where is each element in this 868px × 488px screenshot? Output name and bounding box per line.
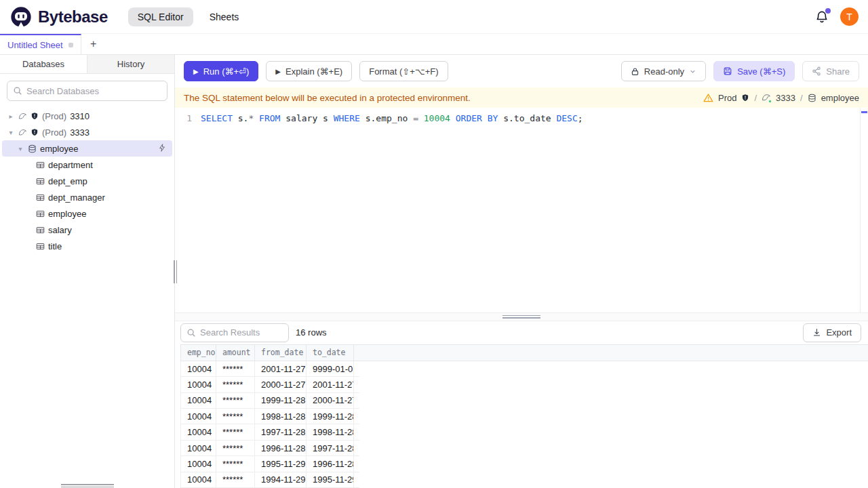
bytebase-logo-icon [9, 5, 33, 28]
table-cell: 1998-11-28 [307, 424, 354, 439]
editor-panel: ▶ Run (⌘+⏎) ▶ Explain (⌘+E) Format (⇧+⌥+… [175, 55, 868, 488]
caret-down-icon[interactable]: ▾ [7, 129, 15, 136]
shield-icon [31, 128, 39, 136]
share-button[interactable]: Share [802, 61, 859, 81]
mysql-icon [18, 128, 27, 137]
caret-down-icon[interactable]: ▾ [16, 145, 24, 152]
sidebar-resize-handle[interactable] [174, 260, 177, 283]
row-count: 16 rows [296, 327, 327, 338]
tree-item-dept_emp[interactable]: dept_emp [2, 173, 172, 189]
table-cell: ****** [216, 441, 255, 455]
readonly-mode-dropdown[interactable]: Read-only [621, 61, 706, 81]
online-status-dot [768, 100, 772, 103]
format-button[interactable]: Format (⇧+⌥+F) [359, 61, 448, 81]
sql-token: s. [233, 113, 248, 123]
sql-statement: SELECT s.* FROM salary s WHERE s.emp_no … [201, 112, 583, 125]
add-sheet-button[interactable]: + [81, 34, 106, 54]
tree-item-employee[interactable]: ▾employee [2, 140, 172, 157]
sql-token: WHERE [334, 113, 360, 123]
sql-token: SELECT [201, 113, 233, 123]
database-icon [808, 94, 816, 102]
lock-icon [631, 67, 639, 76]
results-rows: 10004******2001-11-279999-01-0110004****… [180, 361, 868, 488]
table-icon [36, 193, 45, 202]
database-name: employee [40, 144, 78, 154]
sidebar-tabs: Databases History [0, 55, 174, 74]
sql-editor[interactable]: 1 SELECT s.* FROM salary s WHERE s.emp_n… [175, 108, 868, 312]
explain-button[interactable]: ▶ Explain (⌘+E) [266, 61, 352, 81]
column-header-to_date[interactable]: to_date [307, 345, 354, 361]
tree-item-employee[interactable]: employee [2, 205, 172, 222]
table-cell: 1994-11-29 [255, 472, 307, 487]
sql-token: s.emp_no [360, 113, 413, 123]
table-row[interactable]: 10004******1995-11-291996-11-28 [180, 456, 359, 472]
table-name: dept_manager [48, 192, 105, 203]
search-databases-input[interactable] [26, 86, 161, 96]
bytebase-logo[interactable]: Bytebase [9, 5, 108, 28]
connection-breadcrumb: Prod / 3333 / [703, 93, 859, 103]
sql-token [254, 113, 259, 123]
table-cell: 1997-11-28 [255, 424, 307, 439]
table-cell: 9999-01-01 [307, 361, 354, 376]
save-button[interactable]: Save (⌘+S) [713, 61, 795, 81]
tab-untitled-sheet[interactable]: Untitled Sheet [0, 34, 81, 54]
table-row[interactable]: 10004******1994-11-291995-11-29 [180, 472, 359, 488]
tree-item-title[interactable]: title [2, 238, 172, 254]
column-header-emp_no[interactable]: emp_no [181, 345, 216, 361]
export-button[interactable]: Export [803, 323, 861, 342]
notifications-button[interactable] [814, 9, 829, 24]
tree-item-dept_manager[interactable]: dept_manager [2, 189, 172, 205]
table-row[interactable]: 10004******1996-11-281997-11-28 [180, 441, 359, 456]
database-tree: ▸(Prod)3310▾(Prod)3333▾employeedepartmen… [0, 105, 174, 488]
table-cell: 1997-11-28 [307, 441, 354, 455]
table-row[interactable]: 10004******1997-11-281998-11-28 [180, 424, 359, 440]
table-name: department [48, 160, 93, 170]
table-cell: 10004 [181, 456, 216, 471]
table-row[interactable]: 10004******2000-11-272001-11-27 [180, 377, 359, 392]
database-search[interactable] [7, 81, 167, 101]
tab-databases[interactable]: Databases [0, 55, 87, 73]
sidebar: Databases History ▸(Prod)3310▾(Prod)3333… [0, 55, 175, 488]
table-icon [36, 209, 45, 218]
sql-token: 10004 [424, 113, 450, 123]
table-row[interactable]: 10004******1999-11-282000-11-27 [180, 393, 359, 409]
header-actions: T [814, 7, 859, 26]
tab-history[interactable]: History [87, 55, 174, 73]
unsaved-indicator-icon [68, 43, 73, 47]
caret-right-icon[interactable]: ▸ [7, 113, 15, 120]
mysql-icon [18, 112, 27, 121]
tree-item-department[interactable]: department [2, 157, 172, 173]
chevron-down-icon [689, 68, 696, 75]
table-cell: ****** [216, 409, 255, 424]
nav-sheets[interactable]: Sheets [210, 12, 239, 22]
shield-icon [31, 112, 39, 120]
search-results-input[interactable] [200, 327, 283, 338]
avatar[interactable]: T [840, 7, 859, 26]
table-name: employee [48, 209, 86, 219]
tree-item-3310[interactable]: ▸(Prod)3310 [2, 108, 172, 124]
breadcrumb-instance: 3333 [776, 93, 795, 103]
results-search[interactable] [180, 323, 289, 342]
editor-toolbar: ▶ Run (⌘+⏎) ▶ Explain (⌘+E) Format (⇧+⌥+… [175, 55, 868, 87]
connect-bolt-icon[interactable] [158, 144, 166, 152]
run-button[interactable]: ▶ Run (⌘+⏎) [184, 61, 258, 81]
table-row[interactable]: 10004******1998-11-281999-11-28 [180, 409, 359, 424]
results-resize-handle[interactable] [175, 312, 868, 321]
instance-environment: (Prod) [42, 111, 66, 121]
column-header-amount[interactable]: amount [216, 345, 255, 361]
column-header-from_date[interactable]: from_date [255, 345, 307, 361]
tree-item-salary[interactable]: salary [2, 222, 172, 238]
table-name: title [48, 241, 62, 251]
table-cell: 10004 [181, 472, 216, 487]
sidebar-bottom-resize-handle[interactable] [61, 484, 114, 487]
play-icon: ▶ [193, 68, 199, 75]
table-row[interactable]: 10004******2001-11-279999-01-01 [180, 361, 359, 377]
table-cell: 1998-11-28 [255, 409, 307, 424]
sql-token: s.to_date [498, 113, 556, 123]
nav-sql-editor[interactable]: SQL Editor [128, 7, 193, 26]
table-cell: 1999-11-28 [255, 393, 307, 408]
editor-scrollbar[interactable] [860, 108, 868, 312]
notification-badge [825, 8, 831, 14]
tree-item-3333[interactable]: ▾(Prod)3333 [2, 124, 172, 140]
download-icon [812, 328, 821, 337]
